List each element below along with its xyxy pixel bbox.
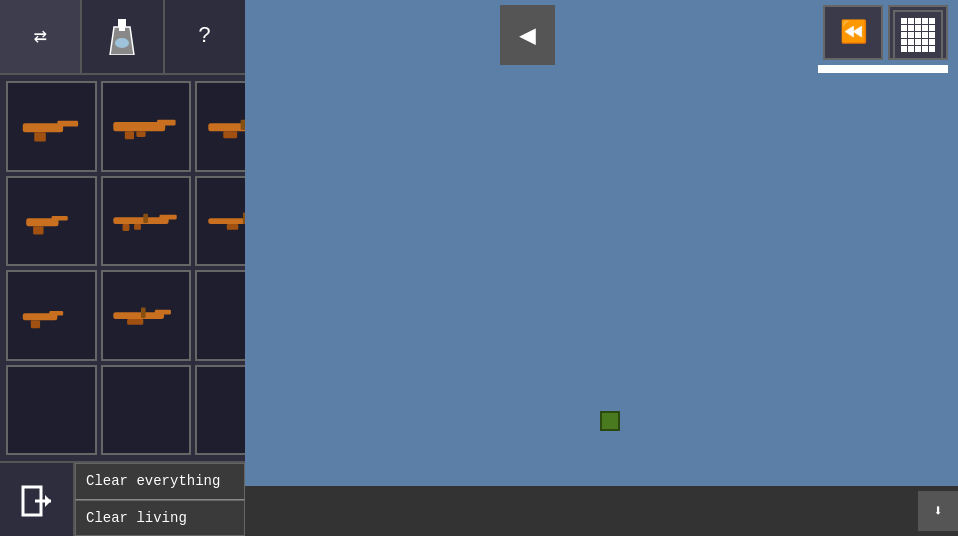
- svg-rect-11: [208, 123, 245, 131]
- clear-everything-button[interactable]: Clear everything: [75, 463, 245, 500]
- svg-rect-17: [33, 227, 43, 235]
- exit-icon: [19, 483, 55, 519]
- help-button[interactable]: ?: [165, 0, 245, 73]
- svg-rect-22: [143, 214, 148, 223]
- swap-button[interactable]: ⇄: [0, 0, 82, 73]
- sidebar-bottom: Clear everything Clear living: [0, 461, 245, 536]
- help-icon: ?: [198, 24, 211, 49]
- item-cell-11[interactable]: [101, 365, 192, 456]
- ground-bar: [245, 486, 958, 536]
- item-grid: [0, 75, 245, 461]
- grid-toggle-button[interactable]: [893, 10, 943, 60]
- item-cell-5[interactable]: [101, 176, 192, 267]
- svg-rect-19: [160, 215, 177, 220]
- item-cell-1[interactable]: [6, 81, 97, 172]
- svg-rect-9: [125, 131, 134, 139]
- item-cell-9[interactable]: [195, 270, 245, 361]
- svg-rect-3: [119, 27, 125, 31]
- flask-icon: [106, 19, 138, 55]
- svg-rect-32: [127, 319, 143, 325]
- weapon-smg: [111, 92, 180, 161]
- svg-rect-6: [34, 132, 46, 141]
- item-cell-2[interactable]: [101, 81, 192, 172]
- weapon-rifle: [206, 92, 245, 161]
- weapon-rifle2: [111, 281, 180, 350]
- grid-icon: [901, 18, 935, 52]
- exit-button[interactable]: [0, 463, 75, 536]
- clear-menu: Clear everything Clear living: [75, 463, 245, 536]
- item-cell-12[interactable]: [195, 365, 245, 456]
- svg-rect-20: [123, 224, 130, 231]
- progress-bar: [818, 65, 948, 73]
- bottom-right-element[interactable]: ⬇: [918, 491, 958, 531]
- item-cell-6[interactable]: [195, 176, 245, 267]
- svg-rect-29: [30, 320, 39, 328]
- inventory-button[interactable]: [82, 0, 164, 73]
- weapon-smg2: [111, 186, 180, 255]
- back-icon: ◀: [519, 18, 536, 52]
- item-cell-10[interactable]: [6, 365, 97, 456]
- toolbar: ⇄ ?: [0, 0, 245, 75]
- back-button[interactable]: ◀: [500, 5, 555, 65]
- weapon-pistol2: [17, 186, 86, 255]
- weapon-sniper: [206, 186, 245, 255]
- item-cell-7[interactable]: [6, 270, 97, 361]
- entity-square: [600, 411, 620, 431]
- svg-rect-31: [155, 309, 171, 314]
- svg-rect-4: [22, 123, 62, 132]
- item-cell-4[interactable]: [6, 176, 97, 267]
- item-cell-3[interactable]: [195, 81, 245, 172]
- weapon-pistol: [17, 92, 86, 161]
- svg-rect-8: [157, 119, 175, 125]
- game-area[interactable]: ◀ ⏪ ⏸: [245, 0, 958, 486]
- svg-rect-21: [134, 224, 141, 230]
- rewind-button[interactable]: ⏪: [823, 5, 883, 60]
- svg-marker-36: [45, 495, 51, 507]
- svg-rect-16: [51, 216, 67, 221]
- swap-icon: ⇄: [34, 23, 47, 50]
- svg-rect-33: [141, 307, 146, 317]
- svg-rect-13: [223, 131, 237, 138]
- rewind-icon: ⏪: [840, 19, 867, 46]
- svg-rect-25: [226, 224, 238, 230]
- svg-rect-10: [137, 131, 146, 137]
- svg-point-2: [115, 38, 129, 48]
- svg-rect-28: [49, 311, 63, 316]
- clear-living-button[interactable]: Clear living: [75, 500, 245, 537]
- weapon-pistol3: [17, 281, 86, 350]
- download-icon: ⬇: [933, 501, 943, 521]
- svg-rect-5: [57, 120, 78, 126]
- svg-rect-23: [208, 218, 245, 224]
- svg-rect-0: [118, 19, 126, 27]
- item-cell-8[interactable]: [101, 270, 192, 361]
- progress-bar-container: [818, 65, 948, 73]
- sidebar: ⇄ ?: [0, 0, 245, 536]
